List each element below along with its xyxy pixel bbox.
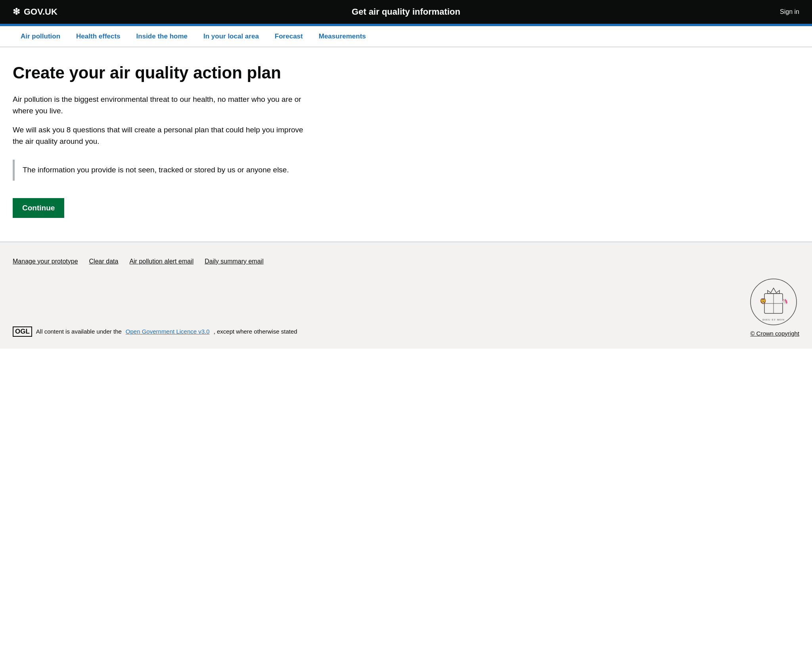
site-footer: Manage your prototype Clear data Air pol… xyxy=(0,242,812,349)
continue-button[interactable]: Continue xyxy=(13,198,64,218)
nav-inside-home[interactable]: Inside the home xyxy=(128,26,195,47)
nav-local-area[interactable]: In your local area xyxy=(195,26,267,47)
nav-measurements[interactable]: Measurements xyxy=(311,26,374,47)
ogl-badge: OGL xyxy=(13,326,32,337)
crown-copyright-link[interactable]: © Crown copyright xyxy=(750,330,799,337)
daily-summary-link[interactable]: Daily summary email xyxy=(205,258,263,265)
footer-right: 🦁 🦄 DIEU ET MON © Crown copyright xyxy=(748,276,799,337)
crown-icon: ❇ xyxy=(13,7,20,17)
site-header: ❇ GOV.UK Get air quality information Sig… xyxy=(0,0,812,24)
svg-text:DIEU ET MON: DIEU ET MON xyxy=(762,318,785,321)
footer-links: Manage your prototype Clear data Air pol… xyxy=(13,258,799,265)
site-title: Get air quality information xyxy=(352,7,460,17)
logo-text: GOV.UK xyxy=(24,7,57,17)
crown-crest-icon: 🦁 🦄 DIEU ET MON xyxy=(748,276,799,328)
svg-text:🦄: 🦄 xyxy=(781,298,788,305)
intro-paragraph-1: Air pollution is the biggest environment… xyxy=(13,94,304,116)
footer-left: OGL All content is available under the O… xyxy=(13,326,297,337)
ogl-row: OGL All content is available under the O… xyxy=(13,326,297,337)
ogl-licence-link[interactable]: Open Government Licence v3.0 xyxy=(126,328,210,335)
footer-bottom: OGL All content is available under the O… xyxy=(13,276,799,337)
page-title: Create your air quality action plan xyxy=(13,63,304,83)
gov-uk-logo[interactable]: ❇ GOV.UK xyxy=(13,7,57,17)
nav-health-effects[interactable]: Health effects xyxy=(68,26,128,47)
ogl-text-after: , except where otherwise stated xyxy=(214,328,297,335)
signin-link[interactable]: Sign in xyxy=(780,8,799,15)
clear-data-link[interactable]: Clear data xyxy=(89,258,119,265)
air-pollution-alert-link[interactable]: Air pollution alert email xyxy=(129,258,193,265)
svg-text:🦁: 🦁 xyxy=(760,298,767,305)
main-content: Create your air quality action plan Air … xyxy=(0,47,317,242)
ogl-text-before: All content is available under the xyxy=(36,328,122,335)
privacy-text: The information you provide is not seen,… xyxy=(23,164,297,176)
main-nav: Air pollution Health effects Inside the … xyxy=(0,26,812,47)
intro-paragraph-2: We will ask you 8 questions that will cr… xyxy=(13,124,304,147)
manage-prototype-link[interactable]: Manage your prototype xyxy=(13,258,78,265)
nav-air-pollution[interactable]: Air pollution xyxy=(13,26,68,47)
privacy-notice: The information you provide is not seen,… xyxy=(13,160,304,181)
nav-forecast[interactable]: Forecast xyxy=(267,26,311,47)
